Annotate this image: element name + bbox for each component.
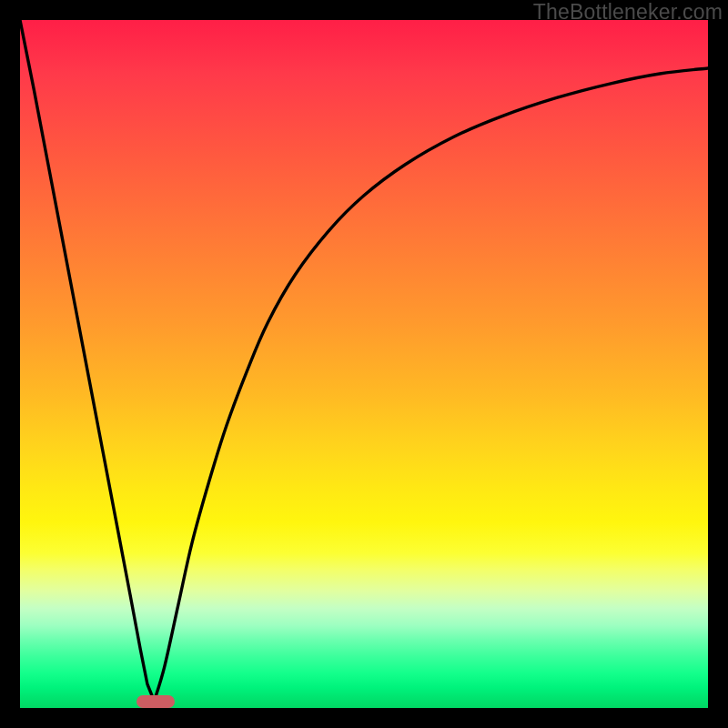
chart-frame: TheBottleneker.com: [0, 0, 728, 728]
curve-svg: [20, 20, 708, 708]
plot-area: [20, 20, 708, 708]
curve-path: [20, 20, 708, 701]
min-marker: [136, 695, 175, 708]
